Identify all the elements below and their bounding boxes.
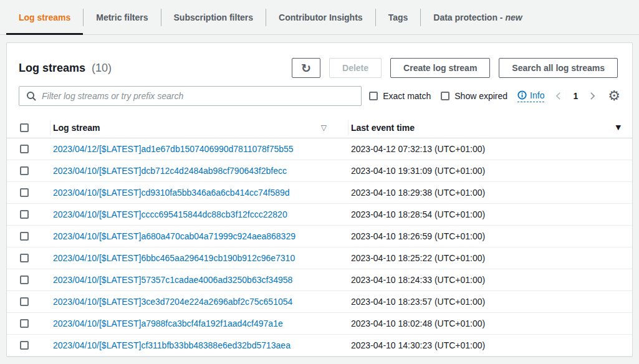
sort-descending-icon[interactable]: ▼ xyxy=(616,123,621,132)
tab-tags[interactable]: Tags xyxy=(376,0,421,34)
row-checkbox[interactable] xyxy=(20,275,29,284)
exact-match-checkbox-group[interactable]: Exact match xyxy=(369,91,431,101)
row-select-cell xyxy=(7,319,50,328)
show-expired-info-link[interactable]: Info xyxy=(517,90,544,102)
row-select-cell xyxy=(7,341,50,350)
table-row: 2023/04/12/[$LATEST]ad1e67db1507406990d7… xyxy=(7,138,632,160)
table-row: 2023/04/10/[$LATEST]57357c1cadae4006ad32… xyxy=(7,269,632,291)
last-event-time-value: 2023-04-10 18:25:22 (UTC+01:00) xyxy=(351,253,485,263)
refresh-icon: ↻ xyxy=(301,61,311,75)
exact-match-checkbox[interactable] xyxy=(369,92,378,100)
table-row: 2023/04/10/[$LATEST]cd9310fa5bb346a6a6cb… xyxy=(7,182,632,204)
log-streams-panel: Log streams (10) ↻ Delete Create log str… xyxy=(6,42,633,357)
search-icon xyxy=(26,91,36,101)
filter-row: Exact match Show expired Info xyxy=(7,86,632,106)
tab-log-streams[interactable]: Log streams xyxy=(6,0,83,34)
tab-label: Metric filters xyxy=(96,12,148,22)
show-expired-checkbox-group[interactable]: Show expired xyxy=(441,91,507,101)
row-checkbox[interactable] xyxy=(20,188,29,197)
preferences-gear-icon[interactable]: ⚙ xyxy=(608,89,620,103)
log-stream-link[interactable]: 2023/04/10/[$LATEST]cd9310fa5bb346a6a6cb… xyxy=(53,188,290,198)
row-last-event-cell: 2023-04-10 18:23:57 (UTC+01:00) xyxy=(348,297,632,307)
table-row: 2023/04/10/[$LATEST]cccc695415844dc88cb3… xyxy=(7,204,632,226)
tab-bar: Log streams Metric filters Subscription … xyxy=(0,0,639,35)
delete-button[interactable]: Delete xyxy=(329,58,382,78)
row-checkbox[interactable] xyxy=(20,341,29,350)
row-select-cell xyxy=(7,232,50,241)
tab-label: Data protection - xyxy=(433,12,502,22)
table-row: 2023/04/10/[$LATEST]cf311bfb33bb48388e6e… xyxy=(7,335,632,357)
page-title: Log streams (10) xyxy=(19,62,112,75)
row-log-stream-cell: 2023/04/10/[$LATEST]57357c1cadae4006ad32… xyxy=(50,275,348,285)
current-page-number: 1 xyxy=(573,91,578,101)
select-all-checkbox[interactable] xyxy=(20,123,29,132)
row-select-cell xyxy=(7,210,50,219)
row-log-stream-cell: 2023/04/10/[$LATEST]3ce3d7204e224a2696ab… xyxy=(50,297,348,307)
tab-label: Subscription filters xyxy=(174,12,254,22)
tab-new-badge: new xyxy=(506,12,522,22)
log-stream-link[interactable]: 2023/04/10/[$LATEST]57357c1cadae4006ad32… xyxy=(53,275,292,285)
table-header-row: Log stream ▽ Last event time ▼ xyxy=(7,117,632,138)
filter-search-box[interactable] xyxy=(19,86,362,106)
row-last-event-cell: 2023-04-10 19:31:09 (UTC+01:00) xyxy=(348,166,632,176)
row-checkbox[interactable] xyxy=(20,319,29,328)
log-stream-link[interactable]: 2023/04/10/[$LATEST]3ce3d7204e224a2696ab… xyxy=(53,297,292,307)
tab-subscription-filters[interactable]: Subscription filters xyxy=(161,0,266,34)
header-last-event-time-cell[interactable]: Last event time ▼ xyxy=(348,123,632,133)
row-checkbox[interactable] xyxy=(20,297,29,306)
log-stream-column-label: Log stream xyxy=(53,123,100,133)
header-log-stream-cell[interactable]: Log stream ▽ xyxy=(50,120,348,135)
row-select-cell xyxy=(7,254,50,262)
sort-unsorted-icon[interactable]: ▽ xyxy=(321,123,327,132)
log-stream-link[interactable]: 2023/04/10/[$LATEST]cccc695415844dc88cb3… xyxy=(53,209,287,219)
last-event-time-value: 2023-04-10 18:24:33 (UTC+01:00) xyxy=(351,275,485,285)
filter-log-streams-input[interactable] xyxy=(42,91,354,101)
log-stream-link[interactable]: 2023/04/10/[$LATEST]dcb712c4d2484ab98cf7… xyxy=(53,166,287,176)
table-row: 2023/04/10/[$LATEST]a7988fca3bcf4fa192f1… xyxy=(7,313,632,335)
row-log-stream-cell: 2023/04/12/[$LATEST]ad1e67db1507406990d7… xyxy=(50,144,348,154)
row-log-stream-cell: 2023/04/10/[$LATEST]cccc695415844dc88cb3… xyxy=(50,209,348,219)
create-log-stream-button[interactable]: Create log stream xyxy=(390,58,490,78)
last-event-time-value: 2023-04-10 18:02:48 (UTC+01:00) xyxy=(351,318,485,328)
last-event-time-value: 2023-04-10 19:31:09 (UTC+01:00) xyxy=(351,166,485,176)
table-row: 2023/04/10/[$LATEST]3ce3d7204e224a2696ab… xyxy=(7,291,632,313)
table-row: 2023/04/10/[$LATEST]dcb712c4d2484ab98cf7… xyxy=(7,160,632,182)
tab-label: Log streams xyxy=(19,12,70,22)
exact-match-label: Exact match xyxy=(383,91,431,101)
header-actions: ↻ Delete Create log stream Search all lo… xyxy=(292,58,618,78)
row-last-event-cell: 2023-04-10 18:24:33 (UTC+01:00) xyxy=(348,275,632,285)
last-event-time-value: 2023-04-10 18:29:38 (UTC+01:00) xyxy=(351,188,485,198)
row-checkbox[interactable] xyxy=(20,166,29,175)
show-expired-checkbox[interactable] xyxy=(441,92,449,100)
log-stream-link[interactable]: 2023/04/10/[$LATEST]a7988fca3bcf4fa192f1… xyxy=(53,318,283,328)
tab-contributor-insights[interactable]: Contributor Insights xyxy=(266,0,375,34)
row-checkbox[interactable] xyxy=(20,210,29,219)
log-stream-link[interactable]: 2023/04/10/[$LATEST]a680a470cab04a71999c… xyxy=(53,231,295,241)
log-stream-link[interactable]: 2023/04/10/[$LATEST]cf311bfb33bb48388e6e… xyxy=(53,340,291,350)
last-event-time-column-label: Last event time xyxy=(351,123,415,133)
header-select-all-cell xyxy=(7,120,50,135)
info-link-label: Info xyxy=(530,90,544,100)
row-log-stream-cell: 2023/04/10/[$LATEST]6bbc465aa296419cb190… xyxy=(50,253,348,263)
row-select-cell xyxy=(7,297,50,306)
tab-metric-filters[interactable]: Metric filters xyxy=(84,0,160,34)
row-last-event-cell: 2023-04-10 18:29:38 (UTC+01:00) xyxy=(348,188,632,198)
row-last-event-cell: 2023-04-10 18:25:22 (UTC+01:00) xyxy=(348,253,632,263)
log-stream-link[interactable]: 2023/04/12/[$LATEST]ad1e67db1507406990d7… xyxy=(53,144,294,154)
tab-label: Tags xyxy=(388,12,408,22)
search-all-log-streams-button[interactable]: Search all log streams xyxy=(499,58,618,78)
tab-data-protection[interactable]: Data protection - new xyxy=(421,0,534,34)
row-log-stream-cell: 2023/04/10/[$LATEST]cf311bfb33bb48388e6e… xyxy=(50,340,348,350)
next-page-button[interactable] xyxy=(588,92,597,100)
panel-header: Log streams (10) ↻ Delete Create log str… xyxy=(7,43,632,78)
row-checkbox[interactable] xyxy=(20,254,29,262)
log-streams-table: Log stream ▽ Last event time ▼ 2023/04/1… xyxy=(7,117,632,357)
previous-page-button[interactable] xyxy=(554,92,563,100)
refresh-button[interactable]: ↻ xyxy=(292,58,320,78)
row-checkbox[interactable] xyxy=(20,232,29,241)
row-checkbox[interactable] xyxy=(20,145,29,153)
log-stream-link[interactable]: 2023/04/10/[$LATEST]6bbc465aa296419cb190… xyxy=(53,253,295,263)
row-last-event-cell: 2023-04-10 18:02:48 (UTC+01:00) xyxy=(348,318,632,328)
last-event-time-value: 2023-04-10 18:23:57 (UTC+01:00) xyxy=(351,297,485,307)
row-select-cell xyxy=(7,145,50,153)
